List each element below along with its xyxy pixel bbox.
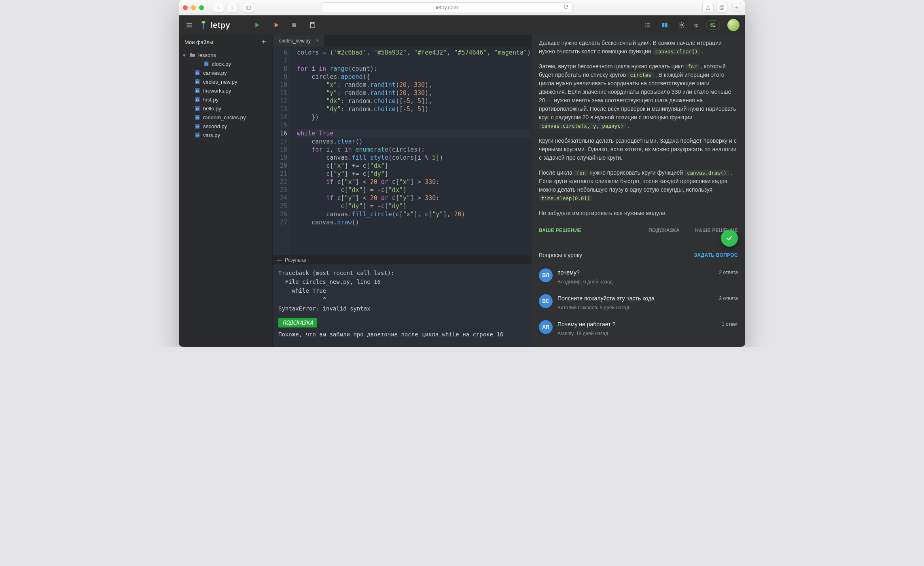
- svg-rect-7: [312, 22, 314, 24]
- xp-chip[interactable]: 62: [706, 20, 720, 30]
- question-meta: Arseniy, 18 дней назад: [557, 329, 717, 338]
- address-bar[interactable]: letpy.com: [322, 2, 572, 13]
- file-tree-item[interactable]: pyrandom_circles.py: [179, 113, 272, 122]
- minimize-window-button[interactable]: [191, 5, 196, 10]
- result-title: Результат: [285, 257, 307, 263]
- tab-your-solution[interactable]: ВАШЕ РЕШЕНИЕ: [539, 226, 581, 235]
- file-tree-item[interactable]: pyvars.py: [179, 131, 272, 139]
- question-avatar: AR: [539, 320, 553, 334]
- line-gutter: 6789101112131415161718192021222324252627: [273, 47, 291, 255]
- list-icon[interactable]: [643, 20, 653, 30]
- python-file-icon: py: [194, 132, 201, 138]
- reload-icon[interactable]: [563, 4, 569, 11]
- question-answer-count: 1 ответ: [722, 320, 738, 329]
- svg-rect-3: [721, 5, 724, 8]
- collapse-icon[interactable]: —: [277, 257, 282, 263]
- svg-rect-6: [292, 23, 296, 27]
- file-tree-item[interactable]: pycircles_new.py: [179, 77, 272, 86]
- question-item[interactable]: ВЛпочему?Владимир, 6 дней назад2 ответа: [539, 264, 738, 290]
- question-item[interactable]: ВСПоясните пожалуйста эту часть кодаВита…: [539, 290, 738, 316]
- run-button[interactable]: [252, 20, 262, 30]
- tabs-button[interactable]: [716, 3, 727, 13]
- step-button[interactable]: [271, 20, 280, 30]
- chevron-icon: ▾: [183, 52, 187, 58]
- new-file-button[interactable]: [261, 39, 267, 46]
- settings-icon[interactable]: [677, 20, 687, 30]
- forward-button[interactable]: [227, 3, 238, 13]
- question-title: Поясните пожалуйста эту часть кода: [557, 294, 714, 303]
- titlebar: letpy.com +: [179, 0, 745, 15]
- question-avatar: ВС: [539, 294, 553, 308]
- qa-section: Вопросы к уроку ЗАДАТЬ ВОПРОС ВЛпочему?В…: [532, 244, 745, 347]
- svg-text:py: py: [205, 63, 208, 66]
- svg-text:py: py: [196, 80, 199, 84]
- question-title: почему?: [557, 268, 714, 277]
- editor-tab[interactable]: circles_new.py: [273, 35, 325, 47]
- python-file-icon: py: [203, 61, 210, 67]
- share-button[interactable]: [702, 3, 714, 13]
- address-text: letpy.com: [436, 4, 458, 11]
- result-header[interactable]: — Результат: [273, 255, 532, 264]
- svg-text:py: py: [196, 107, 199, 110]
- file-label: fireworks.py: [203, 88, 231, 94]
- sidebar-title: Мои файлы: [184, 39, 213, 45]
- question-item[interactable]: ARПочему не работает ?Arseniy, 18 дней н…: [539, 316, 738, 342]
- ask-question-button[interactable]: ЗАДАТЬ ВОПРОС: [694, 251, 738, 260]
- question-title: Почему не работает ?: [557, 320, 717, 329]
- python-file-icon: py: [194, 114, 201, 120]
- console-output[interactable]: Traceback (most recent call last): File …: [273, 264, 532, 347]
- python-file-icon: py: [194, 96, 201, 103]
- app: letpy xp 62 Мои файлы: [179, 15, 745, 347]
- xp-label: xp: [694, 23, 699, 27]
- file-tree-item[interactable]: pyfireworks.py: [179, 86, 272, 95]
- file-tree-item[interactable]: pyhello.py: [179, 104, 272, 113]
- maximize-window-button[interactable]: [199, 5, 204, 10]
- lesson-text: Дальше нужно сделать бесконечный цикл. В…: [532, 35, 745, 237]
- svg-text:py: py: [196, 116, 199, 119]
- brand[interactable]: letpy: [200, 21, 230, 30]
- code-snippet: for: [574, 170, 588, 176]
- new-tab-button[interactable]: +: [732, 3, 741, 12]
- file-tree: ▾lessonspyclock.pypycanvas.pypycircles_n…: [179, 50, 272, 144]
- tab-hint[interactable]: ПОДСКАЗКА: [648, 226, 680, 235]
- svg-text:py: py: [196, 98, 199, 101]
- file-tree-item[interactable]: pycanvas.py: [179, 68, 272, 77]
- app-topbar: letpy xp 62: [179, 15, 745, 35]
- code-snippet: for: [685, 63, 699, 70]
- brand-text: letpy: [210, 21, 230, 30]
- file-tree-item[interactable]: ▾lessons: [179, 51, 272, 59]
- back-button[interactable]: [213, 3, 224, 13]
- user-avatar[interactable]: [727, 19, 740, 31]
- menu-button[interactable]: [184, 20, 194, 30]
- question-answer-count: 2 ответа: [719, 294, 738, 303]
- close-tab-icon[interactable]: [315, 38, 320, 44]
- submit-button[interactable]: [721, 230, 738, 247]
- book-icon[interactable]: [660, 20, 670, 30]
- code-area[interactable]: colors = ('#2c6bad', "#58a932", "#fee432…: [291, 47, 532, 255]
- file-tree-item[interactable]: pysecond.py: [179, 122, 272, 131]
- editor-tabs: circles_new.py: [273, 35, 532, 47]
- python-file-icon: py: [194, 78, 201, 85]
- editor-pane: circles_new.py 6789101112131415161718192…: [273, 35, 532, 347]
- file-label: canvas.py: [203, 70, 227, 76]
- file-tree-item[interactable]: pyclock.py: [179, 59, 272, 68]
- tab-label: circles_new.py: [279, 38, 311, 44]
- svg-text:py: py: [196, 89, 199, 93]
- save-button[interactable]: [308, 20, 318, 30]
- qa-title: Вопросы к уроку: [539, 251, 582, 260]
- file-label: random_circles.py: [203, 114, 246, 120]
- stop-button[interactable]: [289, 20, 299, 30]
- close-window-button[interactable]: [183, 5, 188, 10]
- sidebar-toggle-button[interactable]: [243, 3, 254, 13]
- question-meta: Владимир, 6 дней назад: [557, 278, 714, 286]
- question-answer-count: 2 ответа: [719, 268, 738, 277]
- svg-rect-0: [246, 6, 251, 9]
- lesson-panel: Дальше нужно сделать бесконечный цикл. В…: [532, 35, 745, 347]
- svg-rect-4: [203, 23, 204, 29]
- svg-text:py: py: [196, 72, 199, 75]
- window-controls: [183, 5, 204, 10]
- file-tree-item[interactable]: pyfirst.py: [179, 95, 272, 104]
- file-label: circles_new.py: [203, 79, 237, 85]
- code-editor[interactable]: 6789101112131415161718192021222324252627…: [273, 47, 532, 255]
- question-meta: Виталий Соколов, 9 дней назад: [557, 304, 714, 312]
